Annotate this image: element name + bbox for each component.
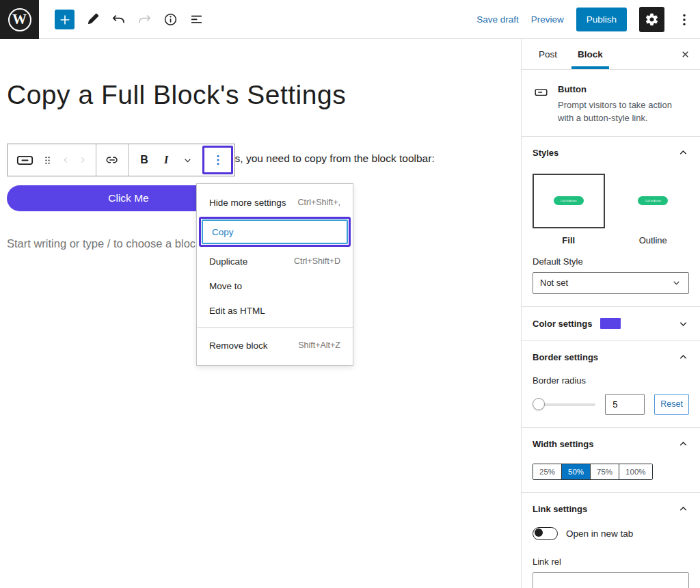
style-preview-button: Call to Action: [554, 196, 584, 205]
toggle-knob: [535, 529, 543, 537]
menu-item-copy[interactable]: Copy: [202, 219, 348, 244]
chevron-up-icon: [677, 438, 689, 450]
menu-item-move-to[interactable]: Move to: [197, 273, 353, 298]
menu-item-remove-block[interactable]: Remove block Shift+Alt+Z: [197, 328, 353, 362]
sidebar-tabs: Post Block: [522, 39, 700, 70]
bold-button[interactable]: B: [134, 148, 154, 172]
menu-item-label: Hide more settings: [209, 198, 286, 208]
button-block-icon: [16, 151, 34, 170]
button-block-icon: [534, 83, 548, 101]
list-view-icon: [189, 12, 204, 27]
menu-item-label: Edit as HTML: [209, 306, 265, 316]
copy-highlight: Copy: [199, 217, 351, 247]
width-settings-panel: Width settings 25% 50% 75% 100%: [522, 428, 700, 493]
default-style-value: Not set: [540, 278, 568, 288]
pencil-icon: [85, 12, 100, 27]
border-radius-input[interactable]: [605, 394, 645, 415]
edit-mode-button[interactable]: [85, 12, 100, 27]
link-settings-header[interactable]: Link settings: [533, 503, 689, 515]
border-settings-header[interactable]: Border settings: [533, 351, 689, 363]
styles-panel-title: Styles: [533, 148, 558, 158]
style-option-fill[interactable]: Call to Action Fill: [533, 174, 605, 245]
editor-topbar: W Save draft Preview Pub: [0, 0, 700, 39]
wordpress-logo-icon: W: [8, 8, 31, 31]
block-options-button[interactable]: [204, 148, 231, 172]
style-preview-button: Call to Action: [638, 196, 668, 205]
width-option-75[interactable]: 75%: [591, 464, 619, 479]
menu-item-edit-as-html[interactable]: Edit as HTML: [197, 298, 353, 323]
style-options: Call to Action Fill Call to Action Outli…: [533, 174, 689, 245]
chevron-left-icon: [61, 155, 70, 165]
close-sidebar-button[interactable]: [680, 39, 690, 69]
post-title[interactable]: Copy a Full Block's Settings: [7, 80, 346, 110]
border-radius-controls: Reset: [533, 394, 689, 415]
menu-item-duplicate[interactable]: Duplicate Ctrl+Shift+D: [197, 249, 353, 273]
preview-button[interactable]: Preview: [531, 14, 564, 25]
color-swatch: [600, 318, 621, 329]
redo-icon: [137, 12, 152, 27]
block-card-title: Button: [558, 84, 689, 94]
add-block-button[interactable]: [55, 10, 75, 29]
save-draft-button[interactable]: Save draft: [476, 14, 519, 25]
chevron-right-icon: [78, 155, 88, 165]
link-icon: [105, 152, 120, 168]
default-style-label: Default Style: [533, 256, 689, 267]
menu-item-shortcut: Ctrl+Shift+D: [294, 256, 340, 266]
more-formats-button[interactable]: [178, 148, 197, 172]
info-icon: [163, 12, 178, 27]
style-label-outline: Outline: [617, 235, 690, 245]
reset-button[interactable]: Reset: [654, 394, 689, 415]
details-button[interactable]: [163, 12, 178, 27]
button-block-type-button[interactable]: [16, 151, 34, 170]
link-settings-title: Link settings: [533, 504, 587, 514]
move-up-button[interactable]: [61, 155, 70, 165]
drag-handle[interactable]: [42, 154, 53, 167]
border-settings-panel: Border settings Border radius Reset: [522, 341, 700, 428]
open-new-tab-label: Open in new tab: [566, 529, 633, 539]
block-card-description: Prompt visitors to take action with a bu…: [558, 99, 689, 125]
styles-panel-header[interactable]: Styles: [533, 147, 689, 159]
open-new-tab-toggle[interactable]: [533, 527, 558, 540]
style-preview-outline: Call to Action: [617, 174, 690, 228]
border-radius-slider[interactable]: [533, 398, 595, 410]
tab-block[interactable]: Block: [567, 39, 613, 69]
redo-button[interactable]: [137, 12, 152, 27]
link-button[interactable]: [105, 152, 120, 168]
color-settings-header[interactable]: Color settings: [522, 307, 700, 341]
topbar-tools: [55, 0, 204, 39]
menu-item-shortcut: Shift+Alt+Z: [298, 340, 340, 350]
wordpress-logo[interactable]: W: [0, 0, 39, 39]
menu-item-hide-more-settings[interactable]: Hide more settings Ctrl+Shift+,: [197, 190, 353, 215]
default-style-select[interactable]: Not set: [533, 272, 689, 294]
block-options-menu: Hide more settings Ctrl+Shift+, Copy Dup…: [196, 183, 353, 366]
chevron-up-icon: [677, 351, 689, 363]
open-new-tab-row: Open in new tab: [533, 527, 689, 540]
chevron-up-icon: [677, 147, 689, 159]
width-option-50[interactable]: 50%: [562, 464, 591, 479]
slider-thumb[interactable]: [533, 398, 545, 410]
chevron-down-icon: [671, 278, 682, 288]
topbar-actions: Save draft Preview Publish: [476, 0, 692, 39]
move-down-button[interactable]: [78, 155, 88, 165]
menu-item-shortcut: Ctrl+Shift+,: [297, 198, 340, 207]
publish-button[interactable]: Publish: [576, 8, 627, 31]
undo-button[interactable]: [111, 12, 126, 27]
style-option-outline[interactable]: Call to Action Outline: [617, 174, 690, 245]
settings-toggle-button[interactable]: [639, 7, 664, 32]
width-settings-title: Width settings: [533, 439, 593, 449]
width-option-100[interactable]: 100%: [619, 464, 651, 479]
width-settings-header[interactable]: Width settings: [533, 438, 689, 450]
link-rel-input[interactable]: [533, 572, 689, 588]
italic-button[interactable]: I: [156, 148, 176, 172]
paragraph-block-text[interactable]: gs, you need to copy from the block tool…: [229, 152, 435, 165]
tab-post[interactable]: Post: [528, 39, 567, 69]
chevron-down-icon: [183, 155, 193, 165]
empty-block-placeholder[interactable]: Start writing or type / to choose a bloc: [7, 237, 196, 250]
width-option-25[interactable]: 25%: [533, 464, 562, 479]
border-settings-title: Border settings: [533, 352, 598, 362]
ellipsis-vertical-icon: [211, 152, 225, 168]
border-radius-label: Border radius: [533, 375, 689, 386]
more-options-button[interactable]: [677, 11, 692, 29]
undo-icon: [111, 12, 126, 27]
list-view-button[interactable]: [189, 12, 204, 27]
